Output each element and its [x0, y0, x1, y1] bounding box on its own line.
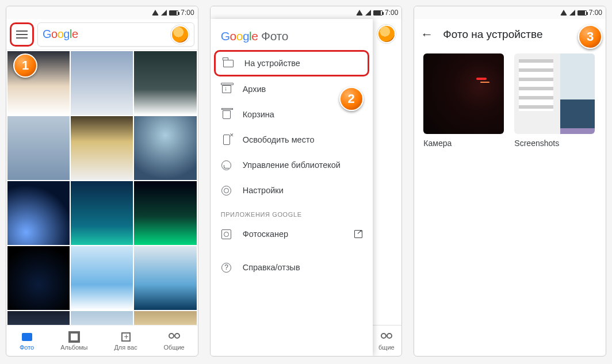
external-link-icon — [354, 230, 362, 238]
drawer-section-header: ПРИЛОЖЕНИЯ GOOGLE — [211, 203, 373, 221]
albums-icon — [70, 332, 79, 342]
photo-thumb[interactable] — [7, 246, 70, 310]
photo-thumb[interactable] — [134, 311, 196, 325]
screenshot-1-photos-grid: 7:00 Google 1 Фото Альбо — [6, 6, 198, 357]
callout-step-3: 3 — [578, 25, 602, 49]
screen-header: ← Фото на устройстве — [414, 19, 606, 50]
cell-icon — [365, 10, 371, 16]
screenshot-3-device-photos: 7:00 ← Фото на устройстве Камера Screens… — [414, 6, 606, 357]
search-box[interactable]: Google — [37, 22, 194, 47]
cell-icon — [161, 10, 167, 16]
nav-for-you[interactable]: Для вас — [114, 331, 137, 351]
photo-thumb[interactable] — [71, 181, 133, 245]
shared-icon — [169, 333, 180, 341]
account-avatar[interactable] — [171, 25, 189, 44]
drawer-item-help-feedback[interactable]: ? Справка/отзыв — [211, 255, 373, 280]
photo-thumb[interactable] — [71, 51, 133, 115]
screenshot-2-drawer-open: 7:00 Google Фото На устройстве Архив Кор… — [210, 6, 403, 357]
callout-step-1: 1 — [13, 53, 37, 78]
battery-icon — [373, 10, 382, 16]
nav-label: Фото — [20, 344, 34, 351]
photo-thumb[interactable] — [134, 116, 196, 180]
drawer-item-photoscanner[interactable]: Фотосканер — [211, 221, 373, 247]
background-nav-fragment: бщие — [371, 325, 401, 356]
album-camera[interactable]: Камера — [423, 53, 504, 148]
drawer-item-label: Справка/отзыв — [243, 263, 300, 272]
photo-grid[interactable] — [6, 50, 198, 325]
drawer-title: Google Фото — [211, 26, 373, 50]
google-logo: Google — [43, 28, 78, 41]
status-bar: 7:00 — [414, 6, 606, 19]
drawer-item-label: Корзина — [243, 110, 274, 119]
account-avatar — [377, 25, 396, 43]
wifi-icon — [560, 10, 567, 16]
drawer-item-label: На устройстве — [244, 59, 300, 68]
device-albums-row: Камера Screenshots — [414, 50, 606, 151]
drawer-item-on-device[interactable]: На устройстве — [214, 50, 369, 76]
photo-thumb[interactable] — [134, 181, 196, 245]
photo-thumb[interactable] — [71, 246, 133, 310]
drawer-item-manage-library[interactable]: Управление библиотекой — [211, 152, 373, 178]
photo-thumb[interactable] — [7, 116, 70, 180]
cell-icon — [569, 10, 575, 16]
gear-icon — [221, 186, 231, 196]
library-icon — [221, 160, 231, 170]
drawer-item-label: Настройки — [243, 186, 284, 195]
back-button[interactable]: ← — [420, 28, 434, 41]
photo-thumb[interactable] — [71, 116, 133, 180]
top-search-bar: Google — [6, 19, 198, 50]
battery-icon — [169, 10, 178, 16]
callout-step-2: 2 — [339, 87, 364, 111]
drawer-item-free-up-space[interactable]: Освободить место — [211, 127, 373, 152]
nav-albums[interactable]: Альбомы — [60, 331, 87, 351]
menu-button[interactable] — [10, 22, 34, 47]
nav-shared[interactable]: Общие — [164, 331, 185, 351]
drawer-item-settings[interactable]: Настройки — [211, 178, 373, 203]
photo-thumb[interactable] — [71, 311, 133, 325]
free-space-icon — [223, 135, 230, 145]
photo-thumb[interactable] — [134, 246, 196, 310]
status-bar: 7:00 — [6, 6, 198, 19]
hamburger-icon — [16, 30, 28, 39]
trash-icon — [223, 110, 231, 119]
photo-icon — [22, 333, 32, 341]
drawer-item-label: Фотосканер — [243, 229, 288, 239]
drawer-item-label: Освободить место — [243, 135, 315, 144]
photo-thumb[interactable] — [134, 51, 196, 115]
clock: 7:00 — [181, 9, 194, 17]
navigation-drawer: Google Фото На устройстве Архив Корзина … — [211, 19, 373, 356]
folder-icon — [223, 60, 234, 67]
help-icon: ? — [221, 263, 231, 273]
background-content-right — [371, 19, 401, 325]
nav-label: Общие — [164, 344, 185, 351]
photo-thumb[interactable] — [7, 311, 70, 325]
status-bar: 7:00 — [211, 6, 402, 19]
battery-icon — [577, 10, 587, 16]
bottom-nav: Фото Альбомы Для вас Общие — [6, 325, 198, 356]
album-thumbnail — [514, 53, 595, 134]
nav-photos[interactable]: Фото — [20, 331, 34, 351]
nav-label: Альбомы — [60, 344, 87, 351]
album-label: Screenshots — [514, 139, 595, 148]
drawer-item-label: Архив — [243, 85, 266, 94]
screen-title: Фото на устройстве — [443, 28, 542, 41]
nav-label: Для вас — [114, 344, 137, 351]
drawer-item-label: Управление библиотекой — [243, 160, 341, 170]
wifi-icon — [152, 10, 159, 16]
scanner-icon — [221, 229, 231, 239]
album-screenshots[interactable]: Screenshots — [514, 53, 595, 148]
foryou-icon — [121, 332, 131, 342]
archive-icon — [222, 85, 231, 93]
album-thumbnail — [423, 53, 504, 134]
album-label: Камера — [423, 139, 504, 148]
shared-icon — [381, 333, 392, 341]
clock: 7:00 — [385, 9, 398, 17]
wifi-icon — [356, 10, 363, 16]
photo-thumb[interactable] — [7, 181, 70, 245]
clock: 7:00 — [589, 9, 602, 17]
